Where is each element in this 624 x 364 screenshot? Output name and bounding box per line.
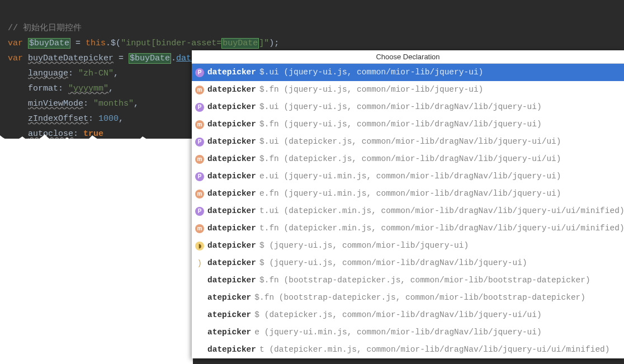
selector-string-prefix: "input[binder-asset=: [121, 39, 221, 48]
prop-zindexoffset: zIndexOffset: [28, 114, 88, 124]
declaration-item[interactable]: Pdatepicker$.ui (datepicker.js, common/m…: [192, 133, 624, 150]
item-detail: $.fn (bootstrap-datepicker.js, common/mi…: [254, 292, 585, 304]
declaration-item[interactable]: mdatepicker$.fn (datepicker.js, common/m…: [192, 150, 624, 168]
item-name: datepicker: [207, 240, 256, 252]
item-name: datepicker: [207, 171, 256, 182]
declaration-item[interactable]: mdatepicker$.fn (jquery-ui.js, common/mi…: [192, 116, 624, 133]
declaration-list[interactable]: Pdatepicker$.ui (jquery-ui.js, common/mi…: [192, 64, 624, 358]
open-paren: (: [116, 39, 121, 48]
declaration-item[interactable]: datepicker$.fn (bootstrap-datepicker.js,…: [192, 272, 624, 289]
prop-language: language: [28, 69, 68, 78]
no-icon: [195, 328, 204, 337]
item-detail: t (datepicker.min.js, common/mior-lib/dr…: [259, 344, 610, 356]
item-name: datepicker: [207, 136, 256, 148]
declaration-item[interactable]: atepickere (jquery-ui.min.js, common/mio…: [192, 324, 624, 341]
item-detail: $ (jquery-ui.js, common/mior-lib/jquery-…: [259, 240, 469, 252]
property-icon: P: [195, 172, 204, 181]
prop-minviewmode: minViewMode: [28, 99, 83, 108]
var-keyword-2: var: [8, 54, 23, 63]
val-minviewmode: "months": [93, 99, 134, 108]
declaration-item[interactable]: Pdatepickert.ui (datepicker.min.js, comm…: [192, 202, 624, 220]
val-zindexoffset: 1000: [98, 114, 119, 124]
item-name: atepicker: [207, 309, 251, 321]
item-detail: t.fn (datepicker.min.js, common/mior-lib…: [259, 223, 624, 234]
declaration-item[interactable]: atepicker$.fn (bootstrap-datepicker.js, …: [192, 289, 624, 306]
choose-declaration-popup: Choose Declaration Pdatepicker$.ui (jque…: [192, 50, 624, 358]
selector-string-suffix: ]": [259, 39, 269, 48]
item-detail: $.ui (datepicker.js, common/mior-lib/dra…: [259, 136, 561, 148]
prop-format: format: [28, 84, 58, 93]
selector-match-highlight: buyDate: [221, 38, 259, 49]
val-format: "yyyymm": [68, 84, 108, 93]
item-name: atepicker: [207, 327, 251, 338]
declaration-item[interactable]: ◗datepicker$ (jquery-ui.js, common/mior-…: [192, 237, 624, 254]
var-buydate-highlight: $buyDate: [28, 38, 70, 49]
popup-title: Choose Declaration: [192, 50, 624, 64]
declaration-item[interactable]: )datepicker$ (jquery-ui.js, common/mior-…: [192, 254, 624, 272]
declaration-item[interactable]: Pdatepickere.ui (jquery-ui.min.js, commo…: [192, 168, 624, 185]
property-icon: P: [195, 138, 204, 146]
property-icon: P: [195, 103, 204, 112]
dot-2: .: [171, 54, 176, 63]
declaration-item[interactable]: datepickert (datepicker.min.js, common/m…: [192, 341, 624, 358]
var-buydatedatepicker: buyDateDatepicker: [28, 54, 114, 63]
item-detail: $ (datepicker.js, common/mior-lib/dragNa…: [254, 309, 541, 321]
item-detail: $.fn (jquery-ui.js, common/mior-lib/jque…: [259, 84, 483, 96]
method-icon: m: [195, 86, 204, 94]
item-detail: $ (jquery-ui.js, common/mior-lib/dragNav…: [259, 257, 527, 269]
declaration-item[interactable]: mdatepicker$.fn (jquery-ui.js, common/mi…: [192, 81, 624, 98]
dollar-fn: $: [111, 39, 116, 48]
comment-line: // 初始化日期控件: [8, 23, 82, 33]
item-detail: $.fn (datepicker.js, common/mior-lib/dra…: [259, 153, 561, 165]
var-keyword: var: [8, 39, 23, 48]
no-icon: [195, 276, 204, 285]
val-language: "zh-CN": [78, 69, 114, 78]
no-icon: [195, 311, 204, 320]
declaration-item[interactable]: atepicker$ (datepicker.js, common/mior-l…: [192, 306, 624, 324]
item-detail: $.fn (bootstrap-datepicker.js, common/mi…: [259, 275, 590, 286]
item-detail: e (jquery-ui.min.js, common/mior-lib/dra…: [254, 327, 541, 338]
declaration-item[interactable]: mdatepickert.fn (datepicker.min.js, comm…: [192, 220, 624, 237]
item-detail: $.fn (jquery-ui.js, common/mior-lib/drag…: [259, 119, 542, 130]
equals-2: =: [114, 54, 129, 63]
item-name: datepicker: [207, 223, 256, 234]
method-icon: m: [195, 120, 204, 129]
method-icon: m: [195, 224, 204, 233]
declaration-item[interactable]: mdatepickere.fn (jquery-ui.min.js, commo…: [192, 185, 624, 202]
js-icon: ◗: [195, 242, 204, 250]
method-icon: m: [195, 155, 204, 164]
declaration-item[interactable]: Pdatepicker$.ui (jquery-ui.js, common/mi…: [192, 64, 624, 81]
item-name: datepicker: [207, 67, 256, 78]
item-name: datepicker: [207, 188, 256, 200]
item-name: datepicker: [207, 275, 256, 286]
white-background: [0, 139, 193, 364]
item-name: datepicker: [207, 119, 256, 130]
property-icon: P: [195, 207, 204, 216]
item-name: datepicker: [207, 205, 256, 217]
item-detail: t.ui (datepicker.min.js, common/mior-lib…: [259, 205, 624, 217]
no-icon: [195, 346, 204, 354]
this-keyword: this: [86, 39, 106, 48]
method-icon: m: [195, 190, 204, 198]
close-paren-semi: );: [269, 39, 279, 48]
equals: =: [70, 39, 86, 48]
no-icon: [195, 294, 204, 302]
item-detail: $.ui (jquery-ui.js, common/mior-lib/jque…: [259, 67, 483, 78]
dot: .: [106, 39, 111, 48]
property-icon: P: [195, 68, 204, 77]
item-name: datepicker: [207, 84, 256, 96]
item-detail: e.ui (jquery-ui.min.js, common/mior-lib/…: [259, 171, 561, 182]
item-name: datepicker: [207, 257, 256, 269]
item-detail: $.ui (jquery-ui.js, common/mior-lib/drag…: [259, 101, 542, 113]
item-name: atepicker: [207, 292, 251, 304]
paren-icon: ): [195, 259, 204, 268]
item-name: datepicker: [207, 101, 256, 113]
item-name: datepicker: [207, 344, 256, 356]
var-buydate-ref-highlight: $buyDate: [129, 53, 171, 64]
item-name: datepicker: [207, 153, 256, 165]
declaration-item[interactable]: Pdatepicker$.ui (jquery-ui.js, common/mi…: [192, 98, 624, 116]
item-detail: e.fn (jquery-ui.min.js, common/mior-lib/…: [259, 188, 561, 200]
